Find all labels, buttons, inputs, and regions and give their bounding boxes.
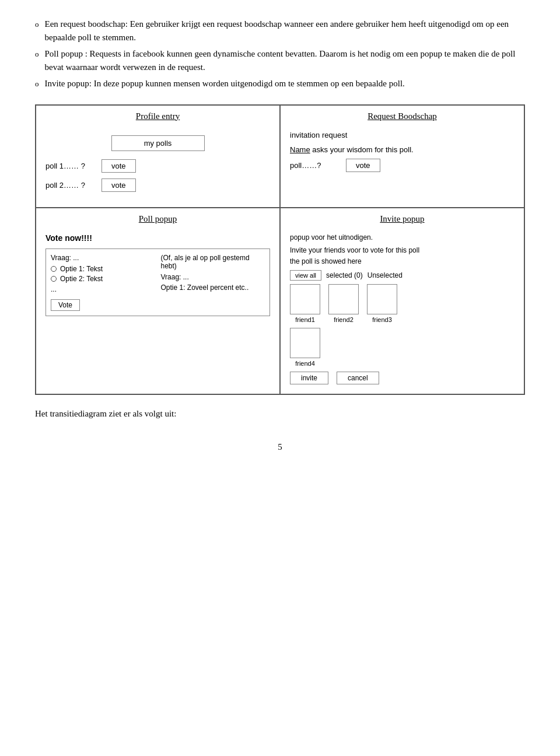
request-poll-label: poll……? <box>290 161 337 170</box>
radio-circle-2 <box>51 276 57 282</box>
request-text: Name asks your wisdom for this poll. <box>290 145 514 154</box>
poll-popup-content: Vote now!!!! Vraag: ... Optie 1: Tekst O… <box>36 229 279 326</box>
poll2-vote-button[interactable]: vote <box>102 178 136 192</box>
poll-right-option: Optie 1: Zoveel percent etc.. <box>161 284 265 292</box>
bullet-text-2: Poll popup : Requests in facebook kunnen… <box>45 47 526 74</box>
friend-box-1[interactable] <box>290 284 320 314</box>
cancel-button[interactable]: cancel <box>337 372 379 384</box>
poll1-label: poll 1…… ? <box>46 162 92 170</box>
main-diagram: Profile entry my polls poll 1…… ? vote p… <box>35 104 525 395</box>
bullet-3: o Invite popup: In deze popup kunnen men… <box>35 77 525 90</box>
friends-grid: friend1 friend2 friend3 <box>290 284 514 323</box>
name-underline: Name <box>290 145 310 154</box>
quadrant-invite-popup: Invite popup popup voor het uitnodigen. … <box>280 208 524 394</box>
poll-row-2: poll 2…… ? vote <box>46 178 270 192</box>
friend-box-3[interactable] <box>367 284 397 314</box>
invite-popup-content: popup voor het uitnodigen. Invite your f… <box>281 229 524 394</box>
invite-description: popup voor het uitnodigen. <box>290 233 514 242</box>
request-boodschap-title: Request Boodschap <box>281 106 524 126</box>
quadrant-poll-popup: Poll popup Vote now!!!! Vraag: ... Optie… <box>36 208 280 394</box>
bullet-text-3: Invite popup: In deze popup kunnen mense… <box>45 77 526 90</box>
bottom-text: Het transitiediagram ziet er als volgt u… <box>35 409 525 419</box>
request-poll-row: poll……? vote <box>290 159 514 172</box>
radio-circle-1 <box>51 266 57 272</box>
quadrant-profile-entry: Profile entry my polls poll 1…… ? vote p… <box>36 105 280 208</box>
poll-right-vraag: Vraag: ... <box>161 273 265 281</box>
friend-item-4: friend4 <box>290 328 320 367</box>
invite-actions: invite cancel <box>290 372 514 384</box>
request-boodschap-content: invitation request Name asks your wisdom… <box>281 126 524 181</box>
option2-label: Optie 2: Tekst <box>60 275 103 283</box>
invitation-label: invitation request <box>290 131 514 139</box>
friend-label-2: friend2 <box>334 316 354 323</box>
friend-item-3: friend3 <box>367 284 397 323</box>
bullet-circle-2: o <box>35 48 39 60</box>
quadrant-request-boodschap: Request Boodschap invitation request Nam… <box>280 105 524 208</box>
friend-label-4: friend4 <box>295 360 315 367</box>
vote-now-label: Vote now!!!! <box>46 233 270 243</box>
poll-ellipsis: ... <box>51 285 155 293</box>
bullet-1: o Een request boodschap: Een gebruiker k… <box>35 18 525 44</box>
friend-box-2[interactable] <box>328 284 359 314</box>
profile-entry-title: Profile entry <box>36 106 279 126</box>
poll-right-section: (Of, als je al op poll gestemd hebt) Vra… <box>161 254 265 311</box>
friend-item-1: friend1 <box>290 284 320 323</box>
request-vote-button[interactable]: vote <box>346 159 380 172</box>
friend-item-2: friend2 <box>328 284 359 323</box>
poll-inner-container: Vraag: ... Optie 1: Tekst Optie 2: Tekst… <box>46 249 270 316</box>
poll-showed-here: the poll is showed here <box>290 257 514 265</box>
invite-popup-title: Invite popup <box>281 208 524 229</box>
page-number: 5 <box>35 442 525 452</box>
request-text-suffix: asks your wisdom for this poll. <box>310 145 414 154</box>
invite-friends-text: Invite your friends voor to vote for thi… <box>290 246 514 254</box>
view-all-button[interactable]: view all <box>290 270 321 281</box>
friend-label-3: friend3 <box>372 316 392 323</box>
friends-grid-row2: friend4 <box>290 328 514 367</box>
my-polls-box: my polls <box>111 135 205 151</box>
poll-vote-button[interactable]: Vote <box>51 299 80 311</box>
vraag-label: Vraag: ... <box>51 254 155 262</box>
radio-option-1: Optie 1: Tekst <box>51 265 155 273</box>
poll-left-section: Vraag: ... Optie 1: Tekst Optie 2: Tekst… <box>51 254 155 311</box>
invite-button[interactable]: invite <box>290 372 328 384</box>
friend-label-1: friend1 <box>295 316 315 323</box>
profile-entry-content: my polls poll 1…… ? vote poll 2…… ? vote <box>36 126 279 207</box>
poll2-label: poll 2…… ? <box>46 181 92 190</box>
option1-label: Optie 1: Tekst <box>60 265 103 273</box>
unselected-label: Unselected <box>368 271 402 279</box>
invite-inner: Invite your friends voor to vote for thi… <box>290 246 514 384</box>
friends-header: view all selected (0) Unselected <box>290 270 514 281</box>
poll1-vote-button[interactable]: vote <box>102 159 136 173</box>
poll-popup-title: Poll popup <box>36 208 279 229</box>
bullet-text-1: Een request boodschap: Een gebruiker kri… <box>45 18 526 44</box>
poll-row-1: poll 1…… ? vote <box>46 159 270 173</box>
bullet-circle-3: o <box>35 78 39 90</box>
radio-option-2: Optie 2: Tekst <box>51 275 155 283</box>
bullet-circle-1: o <box>35 19 39 30</box>
bullet-2: o Poll popup : Requests in facebook kunn… <box>35 47 525 74</box>
selected-label: selected (0) <box>326 271 363 279</box>
poll-right-header: (Of, als je al op poll gestemd hebt) <box>161 254 265 270</box>
friend-box-4[interactable] <box>290 328 320 358</box>
